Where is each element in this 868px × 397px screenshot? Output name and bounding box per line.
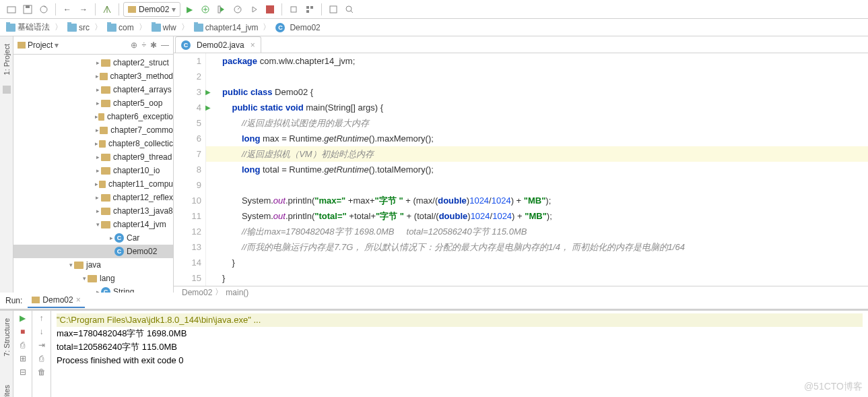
code-line[interactable]: //返回虚拟机试图使用的最大内存 [206,115,868,131]
vcs-icon[interactable] [286,2,301,17]
editor-tabs: C Demo02.java × [174,36,868,53]
code-line[interactable]: System.out.println("max=" +max+"字节 " + (… [206,193,868,208]
breadcrumb-item[interactable]: chapter14_jvm [192,23,261,32]
settings-icon[interactable]: ✱ [150,40,157,50]
editor-tab[interactable]: C Demo02.java × [175,36,261,53]
code-line[interactable]: //返回虚拟机（VM）初始时总内存 [206,146,868,162]
breadcrumb-item[interactable]: wlw [149,23,178,32]
tree-item[interactable]: ▸chapter5_oop [13,96,173,110]
structure-tool-tab[interactable]: 7: Structure [1,314,12,361]
open-icon[interactable] [4,2,19,17]
main-toolbar: ← → Demo02 ▾ ▶ [0,0,868,19]
tree-item[interactable]: ▸chapter4_arrays [13,83,173,96]
tree-item[interactable]: ▸chapter12_reflex [13,191,173,204]
tree-item[interactable]: ▸CString [13,285,173,293]
code-line[interactable]: } [206,255,868,270]
console-output[interactable]: "C:\Program Files\Java\jdk1.8.0_144\bin\… [51,311,868,397]
watermark: @51CTO博客 [804,381,863,393]
run-icon[interactable]: ▶ [182,2,197,17]
expand-icon[interactable] [326,2,341,17]
capture-icon[interactable]: ⎙ [20,340,25,350]
tree-item[interactable]: ▸chapter8_collectic [13,137,173,150]
code-line[interactable]: long max = Runtime.getRuntime().maxMemor… [206,131,868,146]
svg-rect-9 [306,6,309,9]
tree-item[interactable]: ▸chapter13_java8 [13,204,173,218]
close-icon[interactable]: × [76,295,81,305]
svg-rect-11 [306,10,309,13]
tree-item[interactable]: ▸chapter9_thread [13,150,173,164]
close-icon[interactable]: × [251,40,255,50]
gutter[interactable]: 123▶4▶56789101112131415 [174,53,206,286]
tree-item[interactable]: ▾java [13,258,173,272]
rerun-icon[interactable]: ▶ [20,313,26,323]
tree-item[interactable]: ▾chapter14_jvm [13,218,173,231]
code-line[interactable]: //而我的电脑运行内存是7.7G， 所以默认情况下：分配的最大内存是电脑内存的1… [206,239,868,255]
collapse-icon[interactable]: ÷ [141,40,146,50]
structure-icon[interactable] [302,2,317,17]
breadcrumb-item[interactable]: 基础语法 [4,22,52,33]
project-panel: Project ▾ ⊕ ÷ ✱ — ▸chapter2_struct▸chapt… [13,36,174,293]
search-icon[interactable] [342,2,357,17]
crumb-item[interactable]: main() [226,288,248,297]
profile-icon[interactable] [230,2,245,17]
hide-icon[interactable]: — [161,40,169,50]
breadcrumb-item[interactable]: src [65,23,92,32]
print-icon[interactable]: ⎙ [39,354,44,363]
favorites-tool-tab[interactable]: orites [1,381,12,397]
redo-icon[interactable]: → [76,2,91,17]
code-body[interactable]: package com.wlw.chapter14_jvm;public cla… [206,53,868,286]
refresh-icon[interactable] [36,2,51,17]
project-tool-tab[interactable]: 1: Project [1,40,12,79]
save-icon[interactable] [20,2,35,17]
bookmark-icon[interactable] [3,86,11,94]
up-icon[interactable]: ↑ [40,313,44,323]
tree-item[interactable]: ▸chapter11_compu [13,177,173,191]
tree-item[interactable]: ▸chapter10_io [13,164,173,177]
tree-item[interactable]: ▸chapter6_exceptio [13,110,173,123]
code-line[interactable]: public class Demo02 { [206,84,868,100]
stop-icon[interactable] [263,2,277,17]
target-icon[interactable]: ⊕ [131,40,137,50]
run-tab[interactable]: Demo02 × [28,293,84,308]
run-config-selector[interactable]: Demo02 ▾ [123,2,180,17]
code-line[interactable]: public static void main(String[] args) { [206,100,868,115]
pin-icon[interactable]: ⊟ [20,367,26,377]
build-icon[interactable] [100,2,114,17]
run-config-label: Demo02 [139,5,169,14]
tree-item[interactable]: ▸chapter3_method [13,69,173,83]
editor-crumbs: Demo02 〉 main() [174,286,868,298]
crumb-item[interactable]: Demo02 [182,288,212,297]
code-line[interactable] [206,69,868,84]
tree-item[interactable]: ▸chapter2_struct [13,56,173,69]
layout-icon[interactable]: ⊞ [20,354,26,363]
tree-item[interactable]: ▸chapter7_commo [13,123,173,137]
wrap-icon[interactable]: ⇥ [38,340,45,350]
stop-icon[interactable]: ■ [20,327,25,336]
tab-label: Demo02.java [197,40,244,50]
attach-icon[interactable] [246,2,261,17]
code-line[interactable]: System.out.println("total=" +total+"字节 "… [206,208,868,224]
tree-item[interactable]: ▾lang [13,272,173,285]
breadcrumb-item[interactable]: com [105,23,136,32]
coverage-icon[interactable] [214,2,229,17]
project-tree[interactable]: ▸chapter2_struct▸chapter3_method▸chapter… [13,55,173,293]
code-line[interactable]: } [206,270,868,286]
run-panel: Run: Demo02 × 7: Structure orites ▶ ■ ⎙ … [0,293,868,397]
svg-rect-7 [266,5,274,13]
code-line[interactable]: //输出max=1780482048字节 1698.0MB total=1205… [206,224,868,239]
left-gutter: 1: Project [0,36,13,293]
breadcrumb-item[interactable]: CDemo02 [273,23,322,32]
svg-rect-0 [7,7,15,13]
console-line: Process finished with exit code 0 [57,354,863,367]
code-line[interactable] [206,177,868,193]
undo-icon[interactable]: ← [60,2,75,17]
debug-icon[interactable] [198,2,213,17]
breadcrumb: 基础语法〉 src〉 com〉 wlw〉 chapter14_jvm〉 CDem… [0,19,868,36]
tree-item[interactable]: CDemo02 [13,245,173,258]
delete-icon[interactable]: 🗑 [38,367,46,377]
code-line[interactable]: long total = Runtime.getRuntime().totalM… [206,162,868,177]
svg-point-3 [40,6,47,13]
code-line[interactable]: package com.wlw.chapter14_jvm; [206,53,868,69]
down-icon[interactable]: ↓ [40,327,44,336]
tree-item[interactable]: ▸CCar [13,231,173,245]
